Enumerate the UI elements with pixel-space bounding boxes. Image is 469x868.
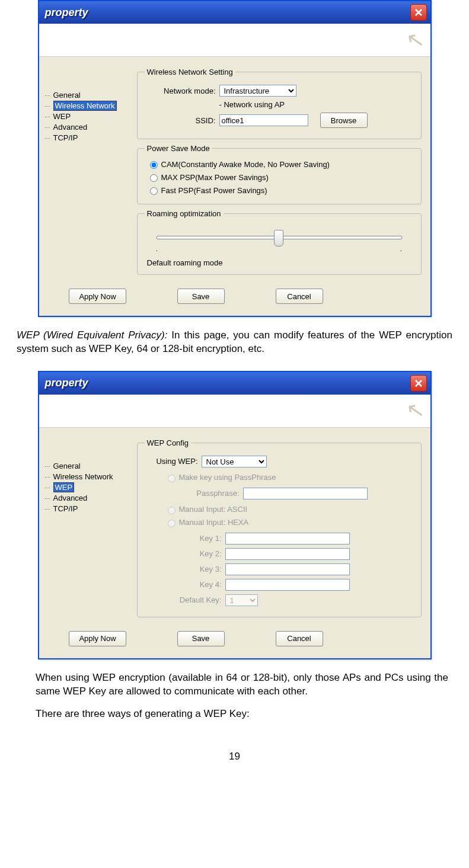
tree-label: Advanced — [53, 494, 88, 502]
wep-usage-paragraph: When using WEP encryption (available in … — [36, 671, 448, 699]
wep-heading: WEP (Wired Equivalent Privacy): — [17, 329, 167, 341]
tree-label: General — [53, 91, 81, 100]
wep-intro-paragraph: WEP (Wired Equivalent Privacy): In this … — [17, 329, 452, 356]
browse-button[interactable]: Browse — [320, 113, 368, 128]
passphrase-input — [243, 488, 368, 499]
page-number: 19 — [12, 751, 457, 763]
radio-input — [168, 520, 176, 527]
radio-label: Make key using PassPhrase — [179, 473, 276, 482]
default-key-select: 1 — [225, 594, 258, 606]
tree-item-wireless-network[interactable]: Wireless Network — [45, 101, 131, 111]
radio-label: Manual Input: ASCII — [179, 505, 248, 514]
tree-label: WEP — [53, 112, 71, 121]
cancel-button[interactable]: Cancel — [276, 289, 323, 304]
key4-input — [225, 579, 350, 591]
power-save-mode-group: Power Save Mode CAM(Constantly Awake Mod… — [137, 144, 422, 204]
key4-label: Key 4: — [145, 580, 222, 589]
tree-item-tcpip[interactable]: TCP/IP — [45, 133, 131, 143]
header-area: ↖ — [39, 24, 430, 57]
ssid-input[interactable] — [219, 114, 308, 126]
radio-label: CAM(Constantly Awake Mode, No Power Savi… — [161, 160, 330, 169]
key3-input — [225, 563, 350, 575]
close-icon — [414, 379, 423, 387]
tree-item-tcpip[interactable]: TCP/IP — [45, 504, 131, 514]
radio-input — [168, 475, 176, 482]
network-mode-label: Network mode: — [145, 87, 216, 95]
default-key-label: Default Key: — [145, 595, 222, 604]
using-wep-label: Using WEP: — [145, 457, 198, 466]
save-button[interactable]: Save — [177, 289, 225, 304]
save-button[interactable]: Save — [177, 631, 225, 646]
radio-input — [168, 507, 176, 514]
radio-passphrase: Make key using PassPhrase — [162, 471, 414, 484]
radio-label: Fast PSP(Fast Power Savings) — [161, 186, 267, 195]
group-legend: Power Save Mode — [145, 144, 212, 153]
radio-fastpsp[interactable]: Fast PSP(Fast Power Savings) — [145, 184, 414, 197]
slider-thumb[interactable] — [274, 230, 283, 246]
tree-item-wep[interactable]: WEP — [45, 482, 131, 492]
wireless-network-setting-group: Wireless Network Setting Network mode: I… — [137, 68, 422, 139]
cursor-icon: ↖ — [404, 397, 426, 425]
roaming-optimization-group: Roaming optimization '' Default roaming … — [137, 209, 422, 275]
radio-input[interactable] — [150, 174, 158, 182]
passphrase-label: Passphrase: — [145, 489, 240, 498]
radio-label: MAX PSP(Max Power Savings) — [161, 173, 269, 182]
nav-tree: General Wireless Network WEP Advanced TC… — [39, 57, 131, 316]
close-button[interactable] — [410, 375, 427, 392]
ssid-label: SSID: — [145, 116, 216, 125]
property-dialog-wireless: property ↖ General Wireless Network WEP … — [38, 0, 432, 317]
radio-input[interactable] — [150, 187, 158, 195]
tree-label: TCP/IP — [53, 504, 78, 513]
window-title: property — [43, 377, 88, 389]
group-legend: WEP Config — [145, 438, 192, 447]
using-wep-select[interactable]: Not Use — [202, 456, 267, 467]
radio-manual-hexa: Manual Input: HEXA — [162, 516, 414, 529]
titlebar: property — [39, 372, 430, 395]
key3-label: Key 3: — [145, 565, 222, 574]
close-icon — [414, 8, 423, 17]
close-button[interactable] — [410, 4, 427, 21]
key1-label: Key 1: — [145, 534, 222, 543]
radio-manual-ascii: Manual Input: ASCII — [162, 503, 414, 516]
header-area: ↖ — [39, 395, 430, 428]
tree-item-general[interactable]: General — [45, 461, 131, 471]
tree-item-general[interactable]: General — [45, 90, 131, 100]
group-legend: Roaming optimization — [145, 209, 224, 218]
tree-item-wireless-network[interactable]: Wireless Network — [45, 472, 131, 482]
apply-now-button[interactable]: Apply Now — [69, 631, 126, 646]
tree-label: Advanced — [53, 123, 88, 132]
radio-cam[interactable]: CAM(Constantly Awake Mode, No Power Savi… — [145, 158, 414, 171]
tree-item-wep[interactable]: WEP — [45, 111, 131, 121]
property-dialog-wep: property ↖ General Wireless Network WEP … — [38, 371, 432, 659]
cursor-icon: ↖ — [404, 26, 426, 54]
group-legend: Wireless Network Setting — [145, 68, 235, 76]
roaming-slider[interactable] — [157, 229, 402, 246]
key2-label: Key 2: — [145, 549, 222, 558]
roaming-mode-label: Default roaming mode — [147, 258, 414, 267]
wep-config-group: WEP Config Using WEP: Not Use Make key u… — [137, 438, 422, 617]
radio-maxpsp[interactable]: MAX PSP(Max Power Savings) — [145, 171, 414, 184]
network-ap-note: - Network using AP — [219, 100, 285, 109]
tree-label: Wireless Network — [53, 101, 117, 111]
apply-now-button[interactable]: Apply Now — [69, 289, 126, 304]
wep-keygen-paragraph: There are three ways of generating a WEP… — [36, 707, 448, 721]
titlebar: property — [39, 1, 430, 24]
network-mode-select[interactable]: Infrastructure — [219, 85, 296, 97]
tree-item-advanced[interactable]: Advanced — [45, 122, 131, 132]
window-title: property — [43, 7, 88, 19]
radio-input[interactable] — [150, 161, 158, 169]
tree-item-advanced[interactable]: Advanced — [45, 493, 131, 503]
key1-input — [225, 533, 350, 544]
tree-label: WEP — [53, 482, 75, 492]
key2-input — [225, 548, 350, 560]
radio-label: Manual Input: HEXA — [179, 518, 249, 527]
tree-label: General — [53, 462, 81, 470]
tree-label: Wireless Network — [53, 472, 113, 481]
tree-label: TCP/IP — [53, 133, 78, 142]
cancel-button[interactable]: Cancel — [276, 631, 323, 646]
